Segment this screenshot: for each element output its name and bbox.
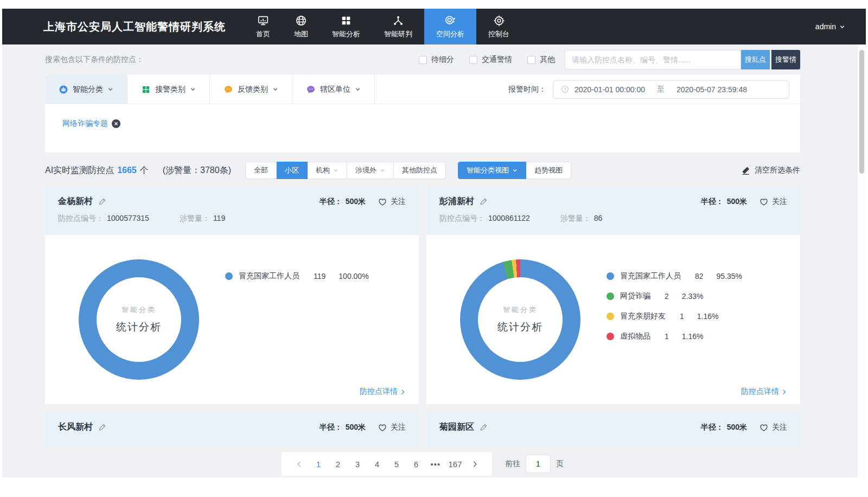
topic-tag-label: 网络诈骗专题 — [62, 119, 108, 129]
filter-tab-district-unit[interactable]: 辖区单位 — [292, 75, 375, 104]
pagination-page-167[interactable]: 167 — [445, 456, 465, 471]
filter-panel: 智能分类接警类别反馈类别辖区单位 报警时间： 2020-01-01 00:00:… — [45, 75, 800, 152]
legend-name: 网贷诈骗 — [620, 291, 650, 301]
checkbox-other[interactable]: 其他 — [527, 55, 555, 65]
point-name: 菊园新区 — [439, 422, 474, 433]
filter-tab-feedback-category[interactable]: 反馈类别 — [210, 75, 292, 104]
checkbox-label: 交通警情 — [482, 55, 512, 65]
card-header-top: 金杨新村半径：500米关注 — [58, 186, 406, 207]
checkbox-traffic[interactable]: 交通警情 — [469, 55, 512, 65]
checkbox-box[interactable] — [419, 56, 427, 64]
alarm-time-range-picker[interactable]: 2020-01-01 00:00:00 至 2020-05-07 23:59:4… — [553, 80, 789, 99]
legend-value: 2 — [665, 292, 669, 301]
follow-button[interactable]: 关注 — [759, 423, 787, 432]
legend-value: 1 — [680, 312, 684, 321]
follow-button[interactable]: 关注 — [759, 197, 787, 207]
nav-item-label: 控制台 — [488, 29, 509, 39]
type-tab-community[interactable]: 小区 — [277, 162, 308, 179]
search-input[interactable] — [565, 50, 741, 69]
topic-tag[interactable]: 网络诈骗专题 — [62, 119, 120, 129]
card-header: 彭浦新村半径：500米关注防控点编号：1000861122涉警量：86 — [426, 186, 800, 235]
scrollbar-track[interactable] — [858, 44, 866, 477]
checkbox-group: 待细分交通警情其他 — [419, 55, 555, 65]
legend-value: 119 — [314, 272, 326, 281]
nav-item-home[interactable]: 首页 — [244, 9, 282, 44]
chevron-down-icon — [333, 168, 339, 173]
stats-prefix: AI实时监测防控点 — [45, 165, 114, 176]
app-title: 上海市公安局人工智能警情研判系统 — [43, 20, 226, 34]
pagination-more[interactable]: ••• — [426, 456, 445, 471]
type-tab-all[interactable]: 全部 — [245, 162, 277, 179]
point-detail-link[interactable]: 防控点详情 — [741, 387, 787, 397]
chat-orange-icon — [224, 85, 233, 94]
nav-item-label: 智能分析 — [332, 29, 360, 39]
follow-label: 关注 — [772, 423, 787, 432]
nav-item-analysis[interactable]: 智能分析 — [320, 9, 372, 44]
legend-dot — [607, 313, 614, 320]
checkbox-pending[interactable]: 待细分 — [419, 55, 454, 65]
checkbox-box[interactable] — [527, 56, 535, 64]
radius-label: 半径： — [701, 423, 724, 432]
legend-name: 冒充亲朋好友 — [620, 311, 666, 321]
pagination-next-button[interactable] — [465, 456, 484, 471]
pagination-page-2[interactable]: 2 — [328, 456, 348, 471]
legend-percent: 95.35% — [717, 272, 742, 281]
user-menu[interactable]: admin — [815, 22, 845, 31]
follow-button[interactable]: 关注 — [378, 423, 406, 432]
chevron-down-icon — [839, 24, 845, 30]
app-window: 上海市公安局人工智能警情研判系统 首页地图智能分析智能研判空间分析控制台 adm… — [2, 9, 866, 477]
alarm-time-label: 报警时间： — [508, 85, 546, 94]
globe-icon — [295, 15, 307, 27]
goto-page-input[interactable] — [526, 455, 551, 473]
legend-item: 网贷诈骗22.33% — [607, 290, 742, 303]
scrollbar-thumb[interactable] — [859, 50, 864, 174]
card-header: 金杨新村半径：500米关注防控点编号：1000577315涉警量：119 — [45, 186, 419, 235]
clear-conditions-button[interactable]: 清空所选条件 — [741, 165, 800, 175]
view-tab-trend-view[interactable]: 趋势视图 — [526, 162, 571, 179]
filter-tab-label: 反馈类别 — [238, 85, 268, 94]
pagination-page-4[interactable]: 4 — [367, 456, 387, 471]
filter-tab-label: 接警类别 — [155, 85, 186, 94]
heart-icon — [378, 197, 387, 207]
pagination-page-5[interactable]: 5 — [387, 456, 406, 471]
legend-value: 82 — [695, 272, 704, 281]
point-detail-link[interactable]: 防控点详情 — [360, 387, 406, 397]
edit-pencil-icon[interactable] — [480, 197, 488, 206]
legend-percent: 100.00% — [339, 272, 368, 281]
radius-label: 半径： — [320, 423, 342, 432]
filter-tab-smart-category[interactable]: 智能分类 — [45, 75, 127, 104]
type-tab-org[interactable]: 机构 — [308, 162, 347, 179]
card-header-right: 半径：500米关注 — [320, 197, 406, 207]
filter-tab-row: 智能分类接警类别反馈类别辖区单位 报警时间： 2020-01-01 00:00:… — [45, 75, 800, 104]
pagination-page-6[interactable]: 6 — [406, 456, 426, 471]
view-tab-smart-view[interactable]: 智能分类视图 — [458, 162, 526, 179]
donut-center-label: 智能分类统计分析 — [79, 259, 199, 380]
filter-tab-alert-category[interactable]: 接警类别 — [127, 75, 210, 104]
nav-item-judge[interactable]: 智能研判 — [372, 9, 424, 44]
legend-dot — [607, 272, 614, 280]
volume-value: 119 — [213, 214, 225, 224]
search-point-button[interactable]: 搜乱点 — [741, 50, 770, 69]
donut-chart: 智能分类统计分析 — [79, 259, 199, 380]
point-detail-label: 防控点详情 — [360, 387, 398, 397]
search-alert-button[interactable]: 搜警情 — [771, 50, 800, 69]
nav-item-map[interactable]: 地图 — [282, 9, 320, 44]
follow-button[interactable]: 关注 — [378, 197, 406, 207]
pagination-prev-button[interactable] — [289, 456, 309, 471]
point-card: 长风新村半径：500米关注 — [45, 412, 419, 448]
nav-item-console[interactable]: 控制台 — [476, 9, 521, 44]
point-id-value: 1000861122 — [488, 214, 530, 224]
pagination-page-3[interactable]: 3 — [348, 456, 367, 471]
pagination-page-1[interactable]: 1 — [309, 456, 328, 471]
checkbox-box[interactable] — [469, 56, 477, 64]
nav-item-label: 地图 — [294, 29, 308, 39]
remove-tag-icon[interactable] — [112, 119, 120, 128]
legend-value: 1 — [665, 332, 669, 341]
card-header-right: 半径：500米关注 — [701, 197, 787, 207]
type-tab-others[interactable]: 其他防控点 — [394, 162, 446, 179]
edit-pencil-icon[interactable] — [98, 197, 106, 206]
edit-pencil-icon[interactable] — [480, 423, 488, 431]
nav-item-spatial[interactable]: 空间分析 — [424, 9, 476, 44]
edit-pencil-icon[interactable] — [98, 423, 106, 431]
type-tab-overseas[interactable]: 涉境外 — [347, 162, 394, 179]
